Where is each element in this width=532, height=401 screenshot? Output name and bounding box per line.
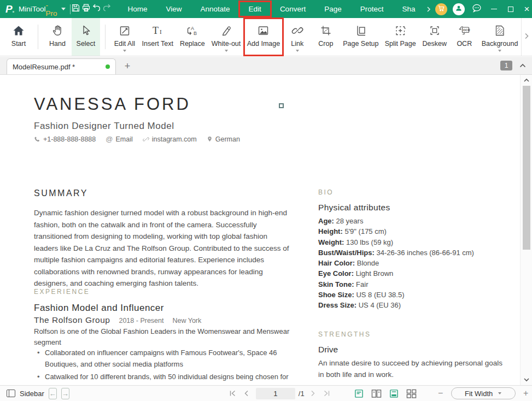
attr-row: Weight: 130 lbs (59 kg) xyxy=(318,237,521,247)
store-button[interactable] xyxy=(435,3,447,15)
tool-ocr[interactable]: OCR OCR xyxy=(450,18,478,56)
new-tab-button[interactable]: + xyxy=(119,58,136,74)
tool-hand[interactable]: Hand xyxy=(43,18,72,56)
edit-toolbar: Start Hand Select Edit All TI Insert Tex… xyxy=(0,18,532,56)
account-button[interactable] xyxy=(453,3,465,15)
multi-page-view-button[interactable] xyxy=(406,389,417,398)
resume-name: VANESSA FORD xyxy=(34,95,191,114)
tab-title: ModelResume.pdf * xyxy=(13,63,102,71)
continuous-view-button[interactable] xyxy=(389,389,399,398)
tool-select[interactable]: Select xyxy=(72,18,100,56)
white-out-icon xyxy=(220,23,233,38)
tool-edit-all[interactable]: Edit All xyxy=(110,18,139,56)
link-icon xyxy=(291,23,304,38)
sidebar-toggle[interactable]: Sidebar xyxy=(7,390,44,398)
scrollbar-thumb[interactable] xyxy=(523,86,530,250)
link-icon xyxy=(143,136,149,143)
menu-protect[interactable]: Protect xyxy=(351,2,393,16)
pdf-page[interactable]: VANESSA FORD Fashion Designer Turned Mod… xyxy=(0,75,520,385)
zoom-level-label: Fit Width xyxy=(465,390,493,398)
page-setup-icon xyxy=(354,23,367,38)
tool-insert-text[interactable]: TI Insert Text xyxy=(139,18,177,56)
svg-text:T: T xyxy=(153,25,159,36)
tool-start[interactable]: Start xyxy=(4,18,33,56)
app-logo[interactable]: P. MiniTool-Pro xyxy=(0,1,71,17)
menu-view[interactable]: View xyxy=(157,2,191,16)
titlebar-right: × xyxy=(425,0,532,18)
brand-name: MiniTool xyxy=(19,5,46,13)
close-button[interactable]: × xyxy=(519,0,532,18)
page-number-input[interactable]: 1 xyxy=(256,388,295,399)
pin-icon xyxy=(207,135,213,143)
document-tab[interactable]: ModelResume.pdf * xyxy=(7,58,116,74)
tool-split-page[interactable]: Split Page xyxy=(382,18,419,56)
feedback-button[interactable] xyxy=(467,0,486,18)
deskew-icon xyxy=(428,23,441,38)
first-page-button[interactable] xyxy=(229,390,236,397)
scroll-up-button[interactable] xyxy=(521,76,532,85)
vertical-scrollbar[interactable] xyxy=(520,75,532,385)
job-dates: 2018 - Present xyxy=(119,317,163,325)
menu-overflow-icon[interactable] xyxy=(426,6,431,13)
undo-button[interactable] xyxy=(91,0,102,18)
resume-subtitle: Fashion Designer Turned Model xyxy=(34,121,174,132)
single-page-view-button[interactable] xyxy=(354,389,364,398)
tool-replace[interactable]: AB Replace xyxy=(177,18,208,56)
zoom-in-button[interactable]: + xyxy=(520,388,532,398)
arrow-right-icon: → xyxy=(62,390,69,398)
tool-add-image[interactable]: Add Image xyxy=(244,18,283,56)
zoom-out-button[interactable]: − xyxy=(435,388,447,398)
last-page-button[interactable] xyxy=(323,390,330,397)
unsaved-dot-icon xyxy=(106,64,110,69)
minimize-button[interactable] xyxy=(486,0,502,18)
tool-crop[interactable]: Crop xyxy=(312,18,340,56)
document-tab-bar: ModelResume.pdf * + 1 xyxy=(0,57,532,75)
zoom-level-select[interactable]: Fit Width xyxy=(451,387,516,399)
attr-row: Bust/Waist/Hips: 34-26-36 inches (86-66-… xyxy=(318,247,521,258)
contact-row: +1-888-888-8888 @ Email instagram.com Ge… xyxy=(34,135,250,143)
scroll-down-button[interactable] xyxy=(521,375,532,384)
attr-row: Shoe Size: US 8 (EU 38.5) xyxy=(318,290,521,300)
two-page-view-button[interactable] xyxy=(371,389,382,398)
menu-page[interactable]: Page xyxy=(315,2,351,16)
history-back-button[interactable]: ← xyxy=(49,388,57,399)
tool-background[interactable]: Background xyxy=(478,18,521,56)
maximize-button[interactable] xyxy=(502,0,519,18)
strength-heading: Drive xyxy=(318,345,338,355)
job-description: Rolfson is one of the Global Fashion Lea… xyxy=(34,326,291,348)
home-icon xyxy=(12,23,25,38)
maximize-icon xyxy=(508,7,513,12)
sidebar-label: Sidebar xyxy=(20,390,44,398)
redo-icon xyxy=(102,3,112,15)
tool-deskew[interactable]: Deskew xyxy=(419,18,450,56)
menu-annotate[interactable]: Annotate xyxy=(191,2,239,16)
brand-dropdown-icon[interactable] xyxy=(61,8,66,10)
dropdown-caret-icon[interactable] xyxy=(296,50,299,52)
redo-button[interactable] xyxy=(102,0,112,18)
form-field-marker[interactable] xyxy=(279,103,284,108)
split-page-icon xyxy=(394,23,407,38)
menu-edit[interactable]: Edit xyxy=(239,2,271,16)
contact-phone: +1-888-888-8888 xyxy=(34,135,96,143)
tool-page-setup[interactable]: Page Setup xyxy=(340,18,382,56)
menu-share[interactable]: Sha xyxy=(393,2,424,16)
prev-page-button[interactable] xyxy=(244,390,249,397)
dropdown-caret-icon[interactable] xyxy=(498,50,501,52)
menu-convert[interactable]: Convert xyxy=(271,2,315,16)
dropdown-caret-icon[interactable] xyxy=(123,50,126,52)
next-page-button[interactable] xyxy=(311,390,315,397)
company-name: The Rolfson Group xyxy=(34,315,110,325)
tool-white-out[interactable]: White-out xyxy=(208,18,244,56)
document-viewport[interactable]: VANESSA FORD Fashion Designer Turned Mod… xyxy=(0,75,532,385)
history-forward-button[interactable]: → xyxy=(61,388,69,399)
dropdown-caret-icon[interactable] xyxy=(225,50,228,52)
tool-link[interactable]: Link xyxy=(283,18,312,56)
print-button[interactable] xyxy=(81,0,91,18)
collapse-toolbar-button[interactable] xyxy=(519,62,527,69)
save-button[interactable] xyxy=(71,0,81,18)
page-navigation: 1 /1 xyxy=(225,388,334,399)
attr-row: Eye Color: Light Brown xyxy=(318,268,521,279)
minimize-icon xyxy=(491,9,497,9)
menu-home[interactable]: Home xyxy=(119,2,157,16)
toolbar-overflow-button[interactable] xyxy=(521,18,532,56)
